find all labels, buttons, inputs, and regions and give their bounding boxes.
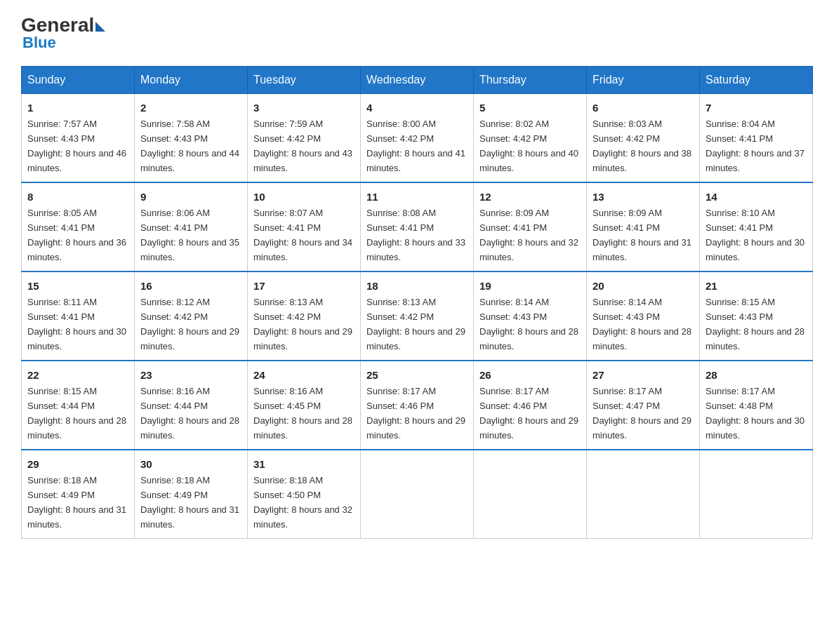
day-number: 14 (706, 189, 807, 205)
day-number: 27 (593, 367, 694, 383)
calendar-cell: 10Sunrise: 8:07 AMSunset: 4:41 PMDayligh… (248, 182, 361, 271)
day-info: Sunrise: 8:02 AMSunset: 4:42 PMDaylight:… (479, 119, 578, 173)
day-number: 8 (27, 189, 128, 205)
day-info: Sunrise: 8:10 AMSunset: 4:41 PMDaylight:… (706, 208, 805, 262)
day-info: Sunrise: 8:17 AMSunset: 4:46 PMDaylight:… (366, 386, 465, 441)
day-number: 31 (253, 456, 355, 472)
day-number: 15 (27, 278, 128, 294)
page-header: General Blue (21, 14, 813, 52)
calendar-cell: 27Sunrise: 8:17 AMSunset: 4:47 PMDayligh… (587, 361, 700, 450)
calendar-cell: 17Sunrise: 8:13 AMSunset: 4:42 PMDayligh… (248, 271, 361, 361)
day-info: Sunrise: 8:11 AMSunset: 4:41 PMDaylight:… (27, 297, 126, 351)
calendar-cell: 3Sunrise: 7:59 AMSunset: 4:42 PMDaylight… (248, 94, 361, 182)
day-info: Sunrise: 8:07 AMSunset: 4:41 PMDaylight:… (253, 208, 352, 262)
calendar-cell: 14Sunrise: 8:10 AMSunset: 4:41 PMDayligh… (700, 182, 813, 271)
day-info: Sunrise: 8:16 AMSunset: 4:45 PMDaylight:… (253, 386, 352, 441)
calendar-cell (700, 450, 813, 538)
day-info: Sunrise: 8:14 AMSunset: 4:43 PMDaylight:… (593, 297, 691, 351)
calendar-cell (474, 450, 587, 538)
day-info: Sunrise: 8:03 AMSunset: 4:42 PMDaylight:… (593, 119, 691, 173)
day-info: Sunrise: 8:18 AMSunset: 4:50 PMDaylight:… (253, 475, 352, 530)
header-monday: Monday (135, 67, 248, 94)
logo-arrow-icon (95, 22, 105, 32)
calendar-cell: 28Sunrise: 8:17 AMSunset: 4:48 PMDayligh… (700, 361, 813, 450)
calendar-cell: 1Sunrise: 7:57 AMSunset: 4:43 PMDaylight… (22, 94, 135, 182)
day-info: Sunrise: 8:12 AMSunset: 4:42 PMDaylight:… (140, 297, 239, 351)
calendar-cell: 2Sunrise: 7:58 AMSunset: 4:43 PMDaylight… (135, 94, 248, 182)
day-number: 18 (366, 278, 468, 294)
day-number: 13 (593, 189, 694, 205)
calendar-cell: 8Sunrise: 8:05 AMSunset: 4:41 PMDaylight… (22, 182, 135, 271)
day-info: Sunrise: 8:17 AMSunset: 4:48 PMDaylight:… (706, 386, 805, 441)
week-row-4: 22Sunrise: 8:15 AMSunset: 4:44 PMDayligh… (22, 361, 813, 450)
calendar-cell: 29Sunrise: 8:18 AMSunset: 4:49 PMDayligh… (22, 450, 135, 538)
day-info: Sunrise: 7:57 AMSunset: 4:43 PMDaylight:… (27, 119, 126, 173)
day-number: 9 (140, 189, 241, 205)
week-row-1: 1Sunrise: 7:57 AMSunset: 4:43 PMDaylight… (22, 94, 813, 182)
day-number: 28 (706, 367, 807, 383)
calendar-cell: 15Sunrise: 8:11 AMSunset: 4:41 PMDayligh… (22, 271, 135, 361)
calendar-cell: 21Sunrise: 8:15 AMSunset: 4:43 PMDayligh… (700, 271, 813, 361)
calendar-cell: 23Sunrise: 8:16 AMSunset: 4:44 PMDayligh… (135, 361, 248, 450)
day-number: 23 (140, 367, 241, 383)
day-number: 5 (479, 100, 581, 116)
day-info: Sunrise: 8:05 AMSunset: 4:41 PMDaylight:… (27, 208, 126, 262)
day-number: 17 (253, 278, 355, 294)
calendar-cell: 31Sunrise: 8:18 AMSunset: 4:50 PMDayligh… (248, 450, 361, 538)
day-number: 21 (706, 278, 807, 294)
header-sunday: Sunday (22, 67, 135, 94)
day-number: 11 (366, 189, 468, 205)
day-info: Sunrise: 8:13 AMSunset: 4:42 PMDaylight:… (253, 297, 352, 351)
calendar-cell: 12Sunrise: 8:09 AMSunset: 4:41 PMDayligh… (474, 182, 587, 271)
day-info: Sunrise: 8:00 AMSunset: 4:42 PMDaylight:… (366, 119, 465, 173)
day-number: 19 (479, 278, 581, 294)
calendar-cell: 30Sunrise: 8:18 AMSunset: 4:49 PMDayligh… (135, 450, 248, 538)
calendar-cell: 7Sunrise: 8:04 AMSunset: 4:41 PMDaylight… (700, 94, 813, 182)
calendar-header: Sunday Monday Tuesday Wednesday Thursday… (22, 67, 813, 94)
calendar-cell: 22Sunrise: 8:15 AMSunset: 4:44 PMDayligh… (22, 361, 135, 450)
day-info: Sunrise: 8:17 AMSunset: 4:47 PMDaylight:… (593, 386, 691, 441)
day-info: Sunrise: 8:15 AMSunset: 4:43 PMDaylight:… (706, 297, 805, 351)
day-number: 12 (479, 189, 581, 205)
day-info: Sunrise: 8:09 AMSunset: 4:41 PMDaylight:… (479, 208, 578, 262)
week-row-5: 29Sunrise: 8:18 AMSunset: 4:49 PMDayligh… (22, 450, 813, 538)
day-info: Sunrise: 8:09 AMSunset: 4:41 PMDaylight:… (593, 208, 691, 262)
header-row: Sunday Monday Tuesday Wednesday Thursday… (22, 67, 813, 94)
logo: General Blue (21, 14, 107, 52)
calendar-cell: 4Sunrise: 8:00 AMSunset: 4:42 PMDaylight… (361, 94, 474, 182)
header-tuesday: Tuesday (248, 67, 361, 94)
logo-blue-text: Blue (22, 34, 56, 52)
day-number: 3 (253, 100, 355, 116)
day-info: Sunrise: 8:08 AMSunset: 4:41 PMDaylight:… (366, 208, 465, 262)
day-info: Sunrise: 8:13 AMSunset: 4:42 PMDaylight:… (366, 297, 465, 351)
day-number: 30 (140, 456, 241, 472)
calendar-cell: 20Sunrise: 8:14 AMSunset: 4:43 PMDayligh… (587, 271, 700, 361)
header-thursday: Thursday (474, 67, 587, 94)
day-number: 29 (27, 456, 128, 472)
calendar-cell (361, 450, 474, 538)
day-number: 16 (140, 278, 241, 294)
day-info: Sunrise: 8:18 AMSunset: 4:49 PMDaylight:… (140, 475, 239, 530)
header-friday: Friday (587, 67, 700, 94)
day-number: 22 (27, 367, 128, 383)
day-number: 6 (593, 100, 694, 116)
calendar-cell: 6Sunrise: 8:03 AMSunset: 4:42 PMDaylight… (587, 94, 700, 182)
day-info: Sunrise: 8:04 AMSunset: 4:41 PMDaylight:… (706, 119, 805, 173)
calendar-cell: 19Sunrise: 8:14 AMSunset: 4:43 PMDayligh… (474, 271, 587, 361)
header-saturday: Saturday (700, 67, 813, 94)
day-info: Sunrise: 8:16 AMSunset: 4:44 PMDaylight:… (140, 386, 239, 441)
day-info: Sunrise: 8:15 AMSunset: 4:44 PMDaylight:… (27, 386, 126, 441)
day-info: Sunrise: 8:17 AMSunset: 4:46 PMDaylight:… (479, 386, 578, 441)
calendar-cell (587, 450, 700, 538)
week-row-2: 8Sunrise: 8:05 AMSunset: 4:41 PMDaylight… (22, 182, 813, 271)
calendar-cell: 24Sunrise: 8:16 AMSunset: 4:45 PMDayligh… (248, 361, 361, 450)
day-info: Sunrise: 8:18 AMSunset: 4:49 PMDaylight:… (27, 475, 126, 530)
calendar-table: Sunday Monday Tuesday Wednesday Thursday… (21, 66, 813, 539)
calendar-cell: 5Sunrise: 8:02 AMSunset: 4:42 PMDaylight… (474, 94, 587, 182)
day-info: Sunrise: 7:58 AMSunset: 4:43 PMDaylight:… (140, 119, 239, 173)
day-number: 4 (366, 100, 468, 116)
week-row-3: 15Sunrise: 8:11 AMSunset: 4:41 PMDayligh… (22, 271, 813, 361)
calendar-cell: 9Sunrise: 8:06 AMSunset: 4:41 PMDaylight… (135, 182, 248, 271)
header-wednesday: Wednesday (361, 67, 474, 94)
day-info: Sunrise: 8:06 AMSunset: 4:41 PMDaylight:… (140, 208, 239, 262)
